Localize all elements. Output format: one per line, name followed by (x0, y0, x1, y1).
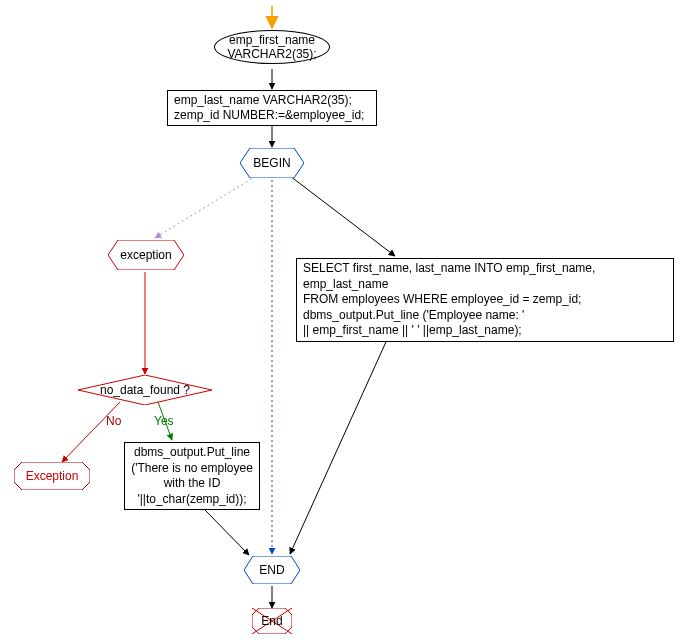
node-text: || emp_first_name || ' ' ||emp_last_name… (303, 323, 667, 339)
node-text: '||to_char(zemp_id)); (129, 492, 255, 508)
edge-label-yes: Yes (154, 414, 174, 428)
node-output-noemp: dbms_output.Put_line ('There is no emplo… (124, 442, 260, 510)
node-text: zemp_id NUMBER:=&employee_id; (174, 108, 370, 123)
node-decl-first-name: emp_first_name VARCHAR2(35); (214, 30, 330, 64)
node-end-terminal: End (252, 608, 292, 634)
node-text: emp_last_name VARCHAR2(35); (174, 93, 370, 108)
node-text: ('There is no employee (129, 461, 255, 477)
node-decl-block: emp_last_name VARCHAR2(35); zemp_id NUMB… (167, 90, 377, 126)
node-text: exception (120, 248, 171, 262)
node-text: no_data_found ? (100, 383, 190, 397)
node-text: dbms_output.Put_line (129, 445, 255, 461)
node-select-block: SELECT first_name, last_name INTO emp_fi… (296, 258, 674, 342)
node-text: BEGIN (253, 156, 290, 170)
node-end: END (244, 556, 300, 584)
node-text: with the ID (129, 476, 255, 492)
node-text: VARCHAR2(35); (227, 47, 316, 61)
node-exception-terminal: Exception (14, 462, 90, 490)
node-text: SELECT first_name, last_name INTO emp_fi… (303, 261, 667, 292)
node-text: dbms_output.Put_line ('Employee name: ' (303, 308, 667, 324)
node-exception: exception (108, 240, 184, 270)
node-begin: BEGIN (240, 148, 304, 178)
node-text: FROM employees WHERE employee_id = zemp_… (303, 292, 667, 308)
node-text: END (259, 563, 284, 577)
edge-label-no: No (106, 414, 121, 428)
node-text: End (261, 614, 282, 628)
node-nodata-found: no_data_found ? (78, 375, 212, 405)
node-text: emp_first_name (229, 33, 315, 47)
node-text: Exception (26, 469, 79, 483)
